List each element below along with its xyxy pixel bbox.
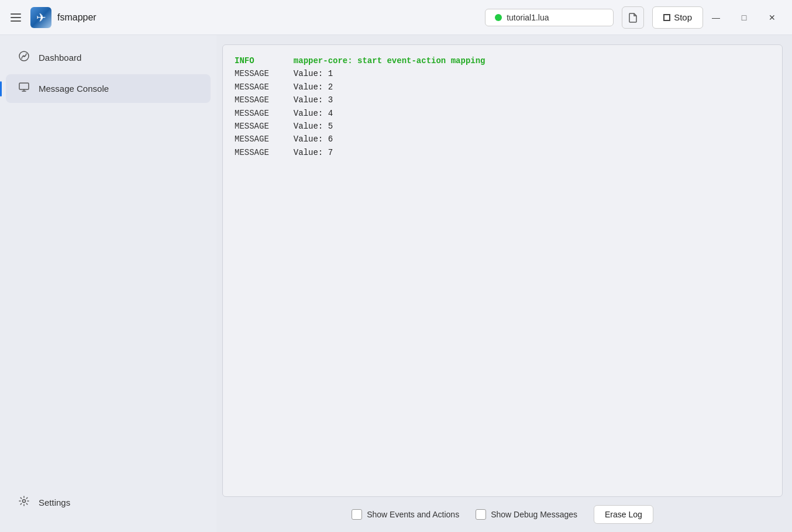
- log-text: Value: 6: [294, 133, 333, 146]
- file-icon: [628, 12, 638, 23]
- log-level: MESSAGE: [235, 120, 294, 133]
- console-line: MESSAGE Value: 7: [235, 146, 770, 159]
- erase-log-button[interactable]: Erase Log: [594, 505, 653, 524]
- stop-button[interactable]: Stop: [652, 6, 703, 29]
- show-events-checkbox[interactable]: [352, 509, 362, 520]
- console-output: INFO mapper-core: start event-action map…: [222, 44, 783, 497]
- log-level: MESSAGE: [235, 107, 294, 120]
- log-level: MESSAGE: [235, 146, 294, 159]
- show-events-label: Show Events and Actions: [367, 510, 459, 519]
- log-text: Value: 4: [294, 107, 333, 120]
- log-level: MESSAGE: [235, 94, 294, 106]
- title-bar-center: tutorial1.lua Stop: [485, 6, 703, 29]
- app-title: fsmapper: [57, 12, 97, 23]
- main-layout: Dashboard Message Console Settings: [0, 35, 792, 532]
- console-line: MESSAGE Value: 2: [235, 81, 770, 94]
- console-line: MESSAGE Value: 1: [235, 67, 770, 80]
- app-logo: [30, 7, 51, 28]
- console-line: INFO mapper-core: start event-action map…: [235, 54, 770, 67]
- show-debug-checkbox-group[interactable]: Show Debug Messages: [476, 509, 577, 520]
- sidebar-item-settings-label: Settings: [39, 498, 70, 507]
- sidebar: Dashboard Message Console Settings: [0, 35, 216, 532]
- log-text: Value: 1: [294, 67, 333, 80]
- stop-icon: [663, 14, 670, 21]
- status-dot: [495, 14, 502, 21]
- sidebar-item-settings[interactable]: Settings: [6, 488, 211, 517]
- file-name: tutorial1.lua: [507, 13, 549, 22]
- log-text: Value: 5: [294, 120, 333, 133]
- sidebar-item-message-console[interactable]: Message Console: [6, 74, 211, 103]
- show-debug-checkbox[interactable]: [476, 509, 486, 520]
- file-icon-button[interactable]: [622, 6, 644, 29]
- stop-label: Stop: [674, 12, 692, 22]
- log-text: Value: 3: [294, 94, 333, 106]
- svg-rect-2: [19, 83, 29, 89]
- console-line: MESSAGE Value: 5: [235, 120, 770, 133]
- sidebar-item-dashboard[interactable]: Dashboard: [6, 43, 211, 72]
- sidebar-item-dashboard-label: Dashboard: [39, 53, 81, 63]
- svg-point-1: [23, 56, 25, 57]
- title-bar-controls: — □ ✕: [703, 8, 785, 27]
- console-line: MESSAGE Value: 6: [235, 133, 770, 146]
- monitor-icon: [18, 81, 30, 96]
- bottom-bar: Show Events and Actions Show Debug Messa…: [222, 497, 783, 532]
- title-bar-left: fsmapper: [7, 7, 485, 28]
- close-button[interactable]: ✕: [759, 8, 785, 27]
- file-indicator: tutorial1.lua: [485, 9, 614, 26]
- show-events-checkbox-group[interactable]: Show Events and Actions: [352, 509, 459, 520]
- log-text: Value: 7: [294, 146, 333, 159]
- console-line: MESSAGE Value: 3: [235, 94, 770, 106]
- log-level: MESSAGE: [235, 133, 294, 146]
- log-level: INFO: [235, 54, 294, 67]
- dashboard-icon: [18, 50, 30, 65]
- content-area: INFO mapper-core: start event-action map…: [216, 35, 792, 532]
- log-level: MESSAGE: [235, 81, 294, 94]
- svg-point-3: [23, 500, 26, 503]
- log-level: MESSAGE: [235, 67, 294, 80]
- console-line: MESSAGE Value: 4: [235, 107, 770, 120]
- minimize-button[interactable]: —: [703, 8, 729, 27]
- sidebar-item-message-console-label: Message Console: [39, 84, 109, 94]
- gear-icon: [18, 495, 30, 510]
- maximize-button[interactable]: □: [731, 8, 757, 27]
- title-bar: fsmapper tutorial1.lua Stop — □ ✕: [0, 0, 792, 35]
- log-text: Value: 2: [294, 81, 333, 94]
- show-debug-label: Show Debug Messages: [491, 510, 577, 519]
- log-text: mapper-core: start event-action mapping: [294, 54, 485, 67]
- hamburger-menu[interactable]: [7, 10, 25, 25]
